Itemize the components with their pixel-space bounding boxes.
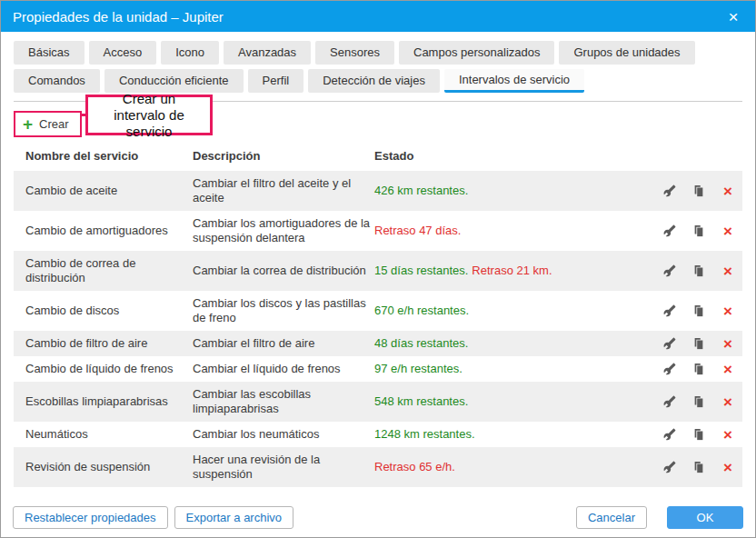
delete-icon[interactable]: × bbox=[721, 184, 735, 198]
copy-icon[interactable] bbox=[691, 336, 706, 351]
service-intervals-table: Nombre del servicio Descripción Estado C… bbox=[1, 140, 755, 487]
dialog-footer: Restablecer propiedades Exportar a archi… bbox=[1, 506, 755, 537]
copy-icon[interactable] bbox=[691, 394, 706, 409]
tab-deteccion-de-viajes[interactable]: Detección de viajes bbox=[308, 69, 440, 93]
service-description: Cambiar el filtro del aceite y el aceite bbox=[193, 176, 374, 205]
copy-icon[interactable] bbox=[691, 460, 706, 474]
delete-icon[interactable]: × bbox=[721, 224, 735, 238]
status-segment-ok: 426 km restantes. bbox=[374, 184, 468, 197]
row-actions: × bbox=[662, 304, 742, 318]
header-status: Estado bbox=[374, 149, 662, 164]
copy-icon[interactable] bbox=[691, 362, 706, 376]
tab-icono[interactable]: Icono bbox=[161, 41, 219, 65]
table-row[interactable]: Cambio de amortiguadores Cambiar los amo… bbox=[14, 211, 742, 251]
cancel-button[interactable]: Cancelar bbox=[576, 506, 647, 529]
wrench-icon[interactable] bbox=[662, 264, 677, 278]
copy-icon[interactable] bbox=[691, 184, 706, 198]
create-button-label: Crear bbox=[39, 117, 69, 131]
plus-icon: + bbox=[23, 115, 33, 133]
row-actions: × bbox=[662, 460, 742, 474]
status-segment-ok: 548 km restantes. bbox=[374, 394, 468, 408]
wrench-icon[interactable] bbox=[662, 336, 677, 351]
wrench-icon[interactable] bbox=[662, 394, 677, 409]
tab-row-1: Básicas Acceso Icono Avanzadas Sensores … bbox=[14, 41, 742, 65]
row-actions: × bbox=[662, 394, 742, 409]
status-segment-ok: 97 e/h restantes. bbox=[374, 362, 463, 375]
table-row[interactable]: Revisión de suspensión Hacer una revisió… bbox=[14, 447, 742, 487]
service-status: 1248 km restantes. bbox=[374, 427, 662, 442]
row-actions: × bbox=[662, 264, 742, 278]
row-actions: × bbox=[662, 427, 742, 442]
service-description: Cambiar los discos y las pastillas de fr… bbox=[193, 296, 374, 325]
copy-icon[interactable] bbox=[691, 224, 706, 238]
delete-icon[interactable]: × bbox=[721, 264, 735, 278]
delete-icon[interactable]: × bbox=[721, 304, 735, 318]
service-name: Cambio de filtro de aire bbox=[14, 336, 193, 351]
tab-avanzadas[interactable]: Avanzadas bbox=[224, 41, 311, 65]
status-segment-ok: 1248 km restantes. bbox=[374, 427, 475, 441]
tab-grupos-de-unidades[interactable]: Grupos de unidades bbox=[559, 41, 694, 65]
service-status: Retraso 65 e/h. bbox=[374, 460, 662, 474]
header-service-name: Nombre del servicio bbox=[14, 149, 193, 164]
service-status: Retraso 47 días. bbox=[374, 224, 662, 238]
service-name: Cambio de correa de distribución bbox=[14, 256, 193, 285]
service-description: Cambiar los neumáticos bbox=[193, 427, 374, 442]
tab-conduccion-eficiente[interactable]: Conducción eficiente bbox=[104, 69, 244, 93]
delete-icon[interactable]: × bbox=[721, 336, 735, 351]
service-status: 548 km restantes. bbox=[374, 394, 662, 409]
dialog-title: Propiedades de la unidad – Jupiter bbox=[13, 9, 224, 25]
tab-intervalos-de-servicio[interactable]: Intervalos de servicio bbox=[444, 69, 584, 93]
ok-button[interactable]: OK bbox=[667, 506, 743, 529]
table-row[interactable]: Cambio de discos Cambiar los discos y la… bbox=[14, 291, 742, 331]
export-to-file-button[interactable]: Exportar a archivo bbox=[174, 506, 294, 529]
status-segment-overdue: Retraso 47 días. bbox=[374, 224, 461, 237]
tab-campos-personalizados[interactable]: Campos personalizados bbox=[399, 41, 554, 65]
service-description: Cambiar los amortiguadores de la suspens… bbox=[193, 216, 374, 245]
tab-perfil[interactable]: Perfil bbox=[248, 69, 304, 93]
annotation-callout: Crear un intervalo de servicio bbox=[85, 95, 213, 135]
status-segment-ok: 48 días restantes. bbox=[374, 336, 468, 350]
service-status: 670 e/h restantes. bbox=[374, 304, 662, 318]
table-row[interactable]: Cambio de correa de distribución Cambiar… bbox=[14, 251, 742, 291]
tab-comandos[interactable]: Comandos bbox=[14, 69, 100, 93]
tab-sensores[interactable]: Sensores bbox=[315, 41, 394, 65]
wrench-icon[interactable] bbox=[662, 304, 677, 318]
wrench-icon[interactable] bbox=[662, 224, 677, 238]
delete-icon[interactable]: × bbox=[721, 427, 735, 442]
service-name: Neumáticos bbox=[14, 427, 193, 442]
copy-icon[interactable] bbox=[691, 304, 706, 318]
service-name: Cambio de aceite bbox=[14, 184, 193, 198]
dialog-titlebar: Propiedades de la unidad – Jupiter × bbox=[1, 1, 755, 32]
table-row[interactable]: Neumáticos Cambiar los neumáticos 1248 k… bbox=[14, 422, 742, 447]
reset-properties-button[interactable]: Restablecer propiedades bbox=[13, 506, 168, 529]
service-description: Cambiar las escobillas limpiaparabrisas bbox=[193, 387, 374, 416]
table-row[interactable]: Cambio de filtro de aire Cambiar el filt… bbox=[14, 331, 742, 356]
tab-acceso[interactable]: Acceso bbox=[89, 41, 157, 65]
service-name: Cambio de amortiguadores bbox=[14, 224, 193, 238]
close-icon[interactable]: × bbox=[723, 6, 743, 26]
wrench-icon[interactable] bbox=[662, 184, 677, 198]
create-interval-button[interactable]: + Crear bbox=[14, 111, 82, 137]
wrench-icon[interactable] bbox=[662, 460, 677, 474]
footer-right-group: Cancelar OK bbox=[576, 506, 743, 529]
copy-icon[interactable] bbox=[691, 427, 706, 442]
row-actions: × bbox=[662, 336, 742, 351]
service-status: 97 e/h restantes. bbox=[374, 362, 662, 376]
tab-basicas[interactable]: Básicas bbox=[14, 41, 85, 65]
wrench-icon[interactable] bbox=[662, 427, 677, 442]
delete-icon[interactable]: × bbox=[721, 460, 735, 474]
service-name: Revisión de suspensión bbox=[14, 460, 193, 474]
row-actions: × bbox=[662, 224, 742, 238]
tab-row-2: Comandos Conducción eficiente Perfil Det… bbox=[14, 69, 742, 93]
status-segment-overdue: Retraso 65 e/h. bbox=[374, 460, 455, 473]
copy-icon[interactable] bbox=[691, 264, 706, 278]
delete-icon[interactable]: × bbox=[721, 362, 735, 376]
table-row[interactable]: Escobillas limpiaparabrisas Cambiar las … bbox=[14, 382, 742, 422]
row-actions: × bbox=[662, 184, 742, 198]
table-row[interactable]: Cambio de aceite Cambiar el filtro del a… bbox=[14, 171, 742, 211]
table-row[interactable]: Cambio de líquido de frenos Cambiar el l… bbox=[14, 356, 742, 382]
status-segment-overdue: Retraso 21 km. bbox=[472, 264, 552, 277]
wrench-icon[interactable] bbox=[662, 362, 677, 376]
delete-icon[interactable]: × bbox=[721, 394, 735, 409]
header-description: Descripción bbox=[193, 149, 374, 164]
